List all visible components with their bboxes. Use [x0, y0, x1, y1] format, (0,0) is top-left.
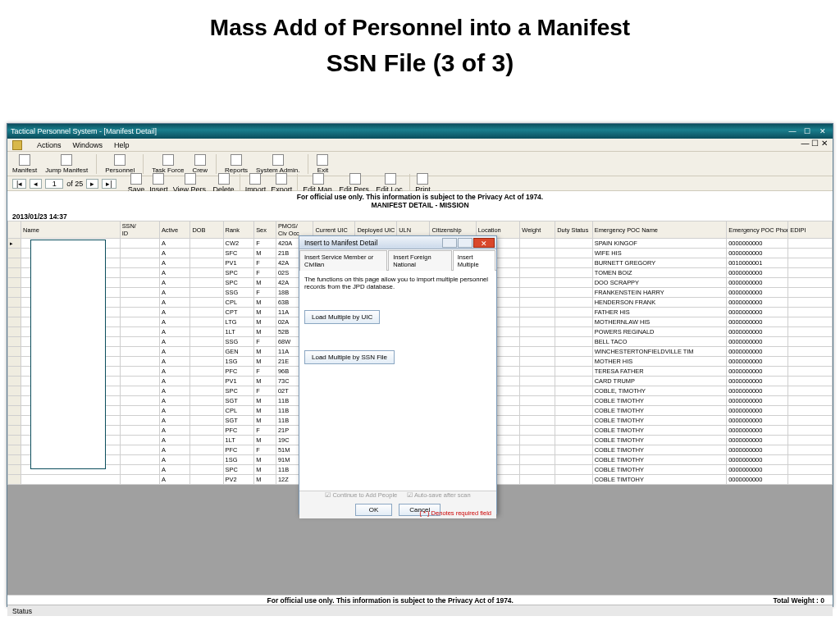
slide-subtitle: SSN File (3 of 3) [0, 49, 840, 77]
col-edipi[interactable]: EDIPI [788, 221, 833, 239]
nav-prev-icon[interactable]: ◂ [30, 179, 42, 189]
tb-personnel[interactable]: Personnel [105, 154, 135, 174]
system-admin-icon [272, 154, 284, 166]
privacy-banner-bottom: For official use only. This information … [7, 596, 774, 605]
close-icon[interactable]: ✕ [816, 127, 829, 135]
dialog-title: Insert to Manifest Detail [304, 239, 377, 247]
record-navigator: |◂ ◂ of 25 ▸ ▸| SaveInsertView Pers.Dele… [7, 176, 833, 191]
dialog-body: The functions on this page allow you to … [299, 271, 496, 491]
statusbar: Status [7, 605, 833, 616]
col-name[interactable]: Name [21, 221, 121, 239]
menu-windows[interactable]: Windows [73, 141, 103, 149]
required-field-note: { * } Denotes required field [419, 509, 491, 517]
personnel-icon [114, 154, 126, 166]
load-by-uic-button[interactable]: Load Multiple by UIC [304, 310, 380, 324]
minimize-icon[interactable]: — [786, 127, 799, 135]
load-by-ssn-file-button[interactable]: Load Multiple by SSN File [304, 350, 395, 364]
col-sex[interactable]: Sex [254, 221, 276, 239]
col-dob[interactable]: DOB [190, 221, 223, 239]
crew-icon [194, 154, 206, 166]
tb-task-force[interactable]: Task Force [152, 154, 184, 174]
tb-manifest[interactable]: Manifest [12, 154, 37, 174]
name-column-mask [30, 240, 106, 469]
app-icon [12, 140, 22, 150]
reports-icon [231, 154, 242, 166]
tb-crew[interactable]: Crew [192, 154, 208, 174]
dialog-footer: ☑ Continue to Add People ☑ Auto-save aft… [299, 491, 496, 518]
col-rank[interactable]: Rank [223, 221, 254, 239]
tab-insert-multiple[interactable]: Insert Multiple [453, 250, 495, 271]
detail-heading: MANIFEST DETAIL - MISSION [7, 201, 833, 211]
jump-manifest-icon [61, 154, 72, 166]
col-duty-status[interactable]: Duty Status [555, 221, 593, 239]
maximize-icon[interactable]: ☐ [801, 127, 814, 135]
tab-foreign-national[interactable]: Insert Foreign National [388, 250, 451, 271]
mdi-controls[interactable]: — ☐ ✕ [801, 139, 828, 148]
dialog-minimize-icon[interactable] [442, 238, 457, 248]
dialog-close-icon[interactable]: ✕ [473, 238, 495, 248]
dialog-instructions: The functions on this page allow you to … [304, 276, 491, 290]
manifest-icon [19, 154, 30, 166]
nav-page-of: of 25 [66, 180, 83, 188]
slide-title: Mass Add of Personnel into a Manifest [0, 15, 840, 41]
dialog-tabs: Insert Service Member or Civilian Insert… [299, 249, 496, 271]
tb-jump-manifest[interactable]: Jump Manifest [45, 154, 88, 174]
tb-reports[interactable]: Reports [225, 154, 248, 174]
opt-autosave[interactable]: ☑ Auto-save after scan [407, 491, 470, 499]
total-weight: Total Weight : 0 [774, 596, 833, 605]
col-selector[interactable] [8, 221, 21, 239]
opt-continue[interactable]: ☑ Continue to Add People [325, 491, 397, 499]
window-titlebar[interactable]: Tactical Personnel System - [Manifest De… [7, 124, 833, 139]
timestamp: 2013/01/23 14:37 [7, 211, 833, 221]
menubar: Actions Windows Help — ☐ ✕ [7, 139, 833, 152]
ok-button[interactable]: OK [355, 504, 393, 516]
col-ssn-id[interactable]: SSN/ID [120, 221, 159, 239]
app-window: Tactical Personnel System - [Manifest De… [7, 123, 833, 607]
col-emergency-poc-phone[interactable]: Emergency POC Phone [727, 221, 788, 239]
tab-service-member[interactable]: Insert Service Member or Civilian [299, 250, 387, 271]
window-buttons: — ☐ ✕ [786, 127, 829, 135]
footer-bar: For official use only. This information … [7, 595, 833, 605]
task-force-icon [162, 154, 174, 166]
privacy-banner-top: For official use only. This information … [7, 191, 833, 201]
exit-icon [317, 154, 328, 166]
dialog-titlebar[interactable]: Insert to Manifest Detail ✕ [299, 236, 496, 249]
tb-exit[interactable]: Exit [317, 154, 328, 174]
nav-next-icon[interactable]: ▸ [86, 179, 98, 189]
nav-first-icon[interactable]: |◂ [12, 179, 26, 189]
col-weight[interactable]: Weight [520, 221, 555, 239]
menu-actions[interactable]: Actions [37, 141, 62, 149]
tb-system-admin[interactable]: System Admin. [256, 154, 299, 174]
nav-last-icon[interactable]: ▸| [102, 179, 116, 189]
dialog-maximize-icon[interactable] [458, 238, 472, 248]
col-emergency-poc-name[interactable]: Emergency POC Name [592, 221, 726, 239]
col-active[interactable]: Active [159, 221, 190, 239]
insert-dialog: Insert to Manifest Detail ✕ Insert Servi… [299, 235, 497, 514]
content-area: For official use only. This information … [7, 191, 833, 595]
menu-help[interactable]: Help [114, 141, 130, 149]
window-title: Tactical Personnel System - [Manifest De… [11, 127, 157, 135]
nav-page-input[interactable] [45, 179, 63, 189]
status-text: Status [12, 607, 32, 615]
